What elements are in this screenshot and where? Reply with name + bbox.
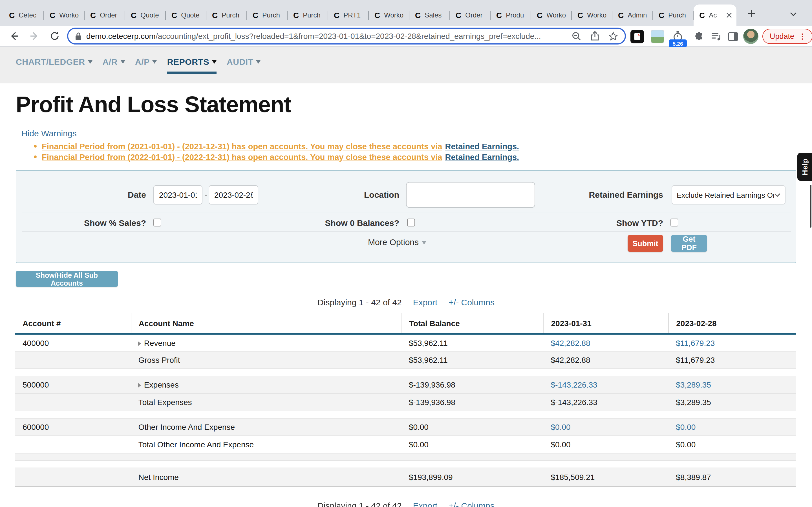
- tab-close-icon[interactable]: [726, 12, 732, 18]
- browser-tab[interactable]: CPurch: [288, 4, 328, 26]
- expand-triangle-icon[interactable]: [139, 341, 141, 346]
- amount-link[interactable]: $0.00: [551, 422, 571, 432]
- retained-earnings-link[interactable]: Retained Earnings.: [445, 142, 519, 151]
- more-options-toggle[interactable]: More Options: [346, 237, 448, 247]
- show-hide-subaccounts-button[interactable]: Show/Hide All Sub Accounts: [16, 271, 118, 287]
- url-bar[interactable]: demo.cetecerp.com/accounting/ext_profit_…: [67, 27, 626, 45]
- warning-item: Financial Period from (2022-01-01) - (20…: [34, 152, 519, 162]
- column-header[interactable]: 2023-02-28: [668, 313, 796, 334]
- column-header[interactable]: 2023-01-31: [544, 313, 669, 334]
- nav-item-reports[interactable]: REPORTS: [167, 57, 216, 74]
- amount-cell: $-139,936.98: [402, 376, 544, 393]
- table-row: 600000Other Income And Expense$0.00$0.00…: [15, 418, 796, 436]
- browser-tab[interactable]: CSales: [409, 4, 450, 26]
- browser-tab[interactable]: COrder: [450, 4, 491, 26]
- update-button[interactable]: Update ⋮: [762, 29, 812, 44]
- playlist-icon[interactable]: [709, 30, 723, 43]
- export-link[interactable]: Export: [413, 297, 438, 307]
- browser-tab[interactable]: CPurch: [653, 4, 694, 26]
- amount-cell: $-139,936.98: [402, 393, 544, 411]
- side-panel-icon[interactable]: [726, 30, 740, 43]
- share-icon[interactable]: [591, 31, 599, 41]
- amount-text: $0.00: [409, 440, 428, 449]
- account-number-cell: 600000: [15, 418, 131, 436]
- amount-cell: $3,289.35: [668, 393, 796, 411]
- columns-link[interactable]: +/- Columns: [449, 297, 495, 307]
- column-header[interactable]: Account #: [15, 313, 131, 334]
- forward-button[interactable]: [28, 30, 41, 42]
- warning-item: Financial Period from (2021-01-01) - (20…: [34, 141, 519, 152]
- lock-icon: [75, 32, 82, 40]
- show-zero-checkbox[interactable]: [407, 219, 415, 226]
- profile-avatar[interactable]: [743, 29, 758, 44]
- warning-text-link[interactable]: Financial Period from (2021-01-01) - (20…: [42, 142, 442, 151]
- amount-link[interactable]: $-143,226.33: [551, 380, 598, 389]
- nav-item-audit[interactable]: AUDIT: [227, 57, 261, 71]
- select-chevron-icon: [774, 193, 780, 197]
- amount-text: $185,509.21: [551, 473, 595, 482]
- amount-link[interactable]: $0.00: [676, 422, 696, 432]
- new-tab-button[interactable]: [746, 7, 758, 20]
- retained-earnings-select[interactable]: Exclude Retained Earnings On 'A: [672, 185, 785, 205]
- browser-tab[interactable]: COrder: [85, 4, 125, 26]
- expand-triangle-icon[interactable]: [139, 383, 141, 388]
- table-row: Net Income$193,899.09$185,509.21$8,389.8…: [15, 468, 796, 487]
- retained-earnings-link[interactable]: Retained Earnings.: [445, 152, 519, 161]
- browser-tab[interactable]: CQuote: [125, 4, 166, 26]
- amount-link[interactable]: $3,289.35: [676, 380, 711, 389]
- browser-tab[interactable]: CProdu: [491, 4, 531, 26]
- help-tab[interactable]: Help: [797, 153, 812, 181]
- browser-tab[interactable]: CPurch: [247, 4, 288, 26]
- zoom-out-icon[interactable]: [572, 31, 581, 41]
- amount-link[interactable]: $11,679.23: [676, 338, 715, 347]
- tab-overflow-chevron-icon[interactable]: [788, 9, 799, 19]
- spacer-cell: [15, 411, 796, 418]
- get-pdf-button[interactable]: Get PDF: [671, 235, 707, 252]
- date-from-input[interactable]: [153, 185, 202, 205]
- browser-tab[interactable]: CPurch: [206, 4, 247, 26]
- retained-earnings-label: Retained Earnings: [580, 190, 663, 200]
- browser-tab[interactable]: CAdmin: [612, 4, 653, 26]
- extension-doc-icon[interactable]: [630, 30, 644, 43]
- show-ytd-checkbox[interactable]: [670, 219, 678, 226]
- columns-link[interactable]: +/- Columns: [449, 501, 495, 507]
- browser-tab-active[interactable]: CAc: [694, 4, 737, 26]
- back-button[interactable]: [8, 30, 20, 42]
- tab-label: Purch: [668, 11, 689, 19]
- export-link[interactable]: Export: [413, 501, 438, 507]
- browser-tab[interactable]: CWorko: [369, 4, 409, 26]
- hide-warnings-link[interactable]: Hide Warnings: [21, 128, 77, 138]
- bookmark-star-icon[interactable]: [608, 31, 618, 41]
- browser-tab[interactable]: CWorko: [44, 4, 85, 26]
- amount-cell: $0.00: [402, 436, 544, 453]
- browser-menu-icon[interactable]: ⋮: [799, 32, 806, 41]
- reload-button[interactable]: [49, 30, 61, 42]
- nav-item-a-r[interactable]: A/R: [103, 57, 125, 71]
- table-row: Total Expenses$-139,936.98$-143,226.33$3…: [15, 393, 796, 411]
- show-sales-checkbox[interactable]: [153, 219, 161, 226]
- account-name-cell: Revenue: [131, 334, 402, 351]
- browser-tab[interactable]: CCetec: [3, 4, 44, 26]
- show-ytd-label: Show YTD?: [569, 218, 663, 228]
- cetec-favicon: C: [131, 11, 137, 20]
- cetec-favicon: C: [50, 11, 55, 20]
- page-content: CHART/LEDGERA/RA/PREPORTSAUDIT Profit An…: [0, 47, 812, 507]
- location-input[interactable]: [406, 182, 535, 208]
- column-header[interactable]: Total Balance: [402, 313, 544, 334]
- browser-tab[interactable]: CWorko: [572, 4, 612, 26]
- scrollbar-thumb[interactable]: [810, 185, 811, 228]
- browser-tab[interactable]: CWorko: [531, 4, 572, 26]
- browser-tab[interactable]: CPRT1: [328, 4, 369, 26]
- warning-text-link[interactable]: Financial Period from (2022-01-01) - (20…: [42, 152, 442, 161]
- nav-item-a-p[interactable]: A/P: [135, 57, 157, 71]
- browser-tab[interactable]: CQuote: [166, 4, 206, 26]
- warning-bullet: [34, 145, 37, 148]
- amount-link[interactable]: $42,282.88: [551, 338, 591, 347]
- submit-button[interactable]: Submit: [627, 235, 663, 252]
- tab-label: Sales: [424, 11, 446, 19]
- column-header[interactable]: Account Name: [131, 313, 402, 334]
- extensions-puzzle-icon[interactable]: [693, 30, 706, 43]
- date-to-input[interactable]: [209, 185, 258, 205]
- nav-item-chart-ledger[interactable]: CHART/LEDGER: [16, 57, 93, 71]
- extension-screenshot-icon[interactable]: [651, 30, 664, 43]
